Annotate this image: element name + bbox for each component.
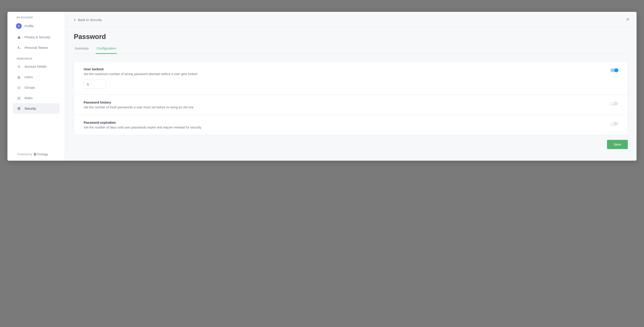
sidebar-item-roles[interactable]: Roles xyxy=(13,93,60,103)
password-expiration-toggle[interactable] xyxy=(610,122,618,125)
svg-point-8 xyxy=(18,86,19,87)
setting-desc: Set the number of fresh passwords a user… xyxy=(84,105,610,109)
avatar: NI xyxy=(16,23,22,29)
svg-point-1 xyxy=(20,48,20,49)
actions-bar: Save xyxy=(74,140,628,149)
close-icon xyxy=(626,17,630,21)
powered-by-label: Powered by xyxy=(18,153,32,156)
sidebar-item-users[interactable]: Users xyxy=(13,72,60,82)
sidebar: MY ACCOUNT NI Profile Privacy & Security… xyxy=(8,12,65,161)
sidebar-item-account-details[interactable]: Account Details xyxy=(13,61,60,72)
save-button[interactable]: Save xyxy=(607,140,628,149)
sidebar-item-groups[interactable]: Groups xyxy=(13,82,60,93)
sidebar-item-label: Users xyxy=(24,75,33,79)
sidebar-list-account: NI Profile Privacy & Security Personal T… xyxy=(8,20,65,53)
settings-modal: MY ACCOUNT NI Profile Privacy & Security… xyxy=(8,12,636,161)
setting-title: User lockout xyxy=(84,67,610,71)
svg-point-7 xyxy=(19,76,20,77)
sidebar-item-label: Groups xyxy=(24,86,35,89)
svg-point-11 xyxy=(18,97,19,98)
svg-point-0 xyxy=(18,46,19,48)
sidebar-item-security[interactable]: Security xyxy=(13,103,60,114)
topbar: Back to Security xyxy=(65,12,636,27)
close-button[interactable] xyxy=(625,16,631,22)
setting-title: Password history xyxy=(84,100,610,104)
shield-icon xyxy=(17,106,21,111)
sidebar-item-personal-tokens[interactable]: Personal Tokens xyxy=(13,42,60,53)
sidebar-item-privacy-security[interactable]: Privacy & Security xyxy=(13,32,60,42)
settings-card: User lockout Set the maximum number of w… xyxy=(74,61,628,135)
setting-password-expiration: Password expiration Set the number of da… xyxy=(74,115,628,135)
sidebar-item-label: Profile xyxy=(24,24,34,28)
frontegg-logo: frontegg xyxy=(34,153,48,156)
sidebar-item-label: Roles xyxy=(24,96,33,100)
users-icon xyxy=(17,75,21,79)
sidebar-list-workspace: Account Details Users Groups Roles xyxy=(8,61,65,114)
password-history-toggle[interactable] xyxy=(610,102,618,105)
svg-point-5 xyxy=(19,67,20,67)
frontegg-brand-text: frontegg xyxy=(37,153,48,156)
sidebar-item-profile[interactable]: NI Profile xyxy=(13,20,60,32)
sidebar-footer: Powered by frontegg xyxy=(8,149,65,161)
main-pane: Back to Security Password Summary Config… xyxy=(65,12,636,161)
svg-point-6 xyxy=(18,76,19,77)
sidebar-section-my-account: MY ACCOUNT xyxy=(8,12,65,20)
setting-password-history: Password history Set the number of fresh… xyxy=(74,95,628,115)
setting-desc: Set the number of days until user passwo… xyxy=(84,126,610,129)
frontegg-logo-icon xyxy=(34,153,36,156)
groups-icon xyxy=(17,85,21,90)
user-lockout-attempts-input[interactable] xyxy=(84,80,106,89)
svg-point-9 xyxy=(17,87,18,87)
lock-open-icon xyxy=(17,35,21,39)
tabs: Summary Configuration xyxy=(74,44,628,54)
svg-point-10 xyxy=(20,87,20,87)
svg-point-4 xyxy=(18,66,18,66)
tab-summary[interactable]: Summary xyxy=(74,44,90,54)
setting-user-lockout: User lockout Set the maximum number of w… xyxy=(74,61,628,95)
sidebar-item-label: Account Details xyxy=(24,65,47,68)
back-to-security-link[interactable]: Back to Security xyxy=(74,18,102,22)
sidebar-item-label: Security xyxy=(24,107,36,110)
sidebar-section-workspace: WORKSPACE xyxy=(8,53,65,61)
sidebar-item-label: Personal Tokens xyxy=(24,46,48,49)
user-key-icon xyxy=(17,45,21,50)
content: Password Summary Configuration User lock… xyxy=(65,27,636,155)
sliders-icon xyxy=(17,64,21,69)
tab-configuration[interactable]: Configuration xyxy=(96,44,117,54)
page-title: Password xyxy=(74,33,628,41)
chevron-left-icon xyxy=(74,18,76,21)
setting-title: Password expiration xyxy=(84,121,610,124)
user-lockout-toggle[interactable] xyxy=(610,68,618,72)
back-link-label: Back to Security xyxy=(78,18,102,22)
roles-icon xyxy=(17,96,21,100)
setting-desc: Set the maximum number of wrong password… xyxy=(84,72,610,76)
sidebar-item-label: Privacy & Security xyxy=(24,35,50,39)
